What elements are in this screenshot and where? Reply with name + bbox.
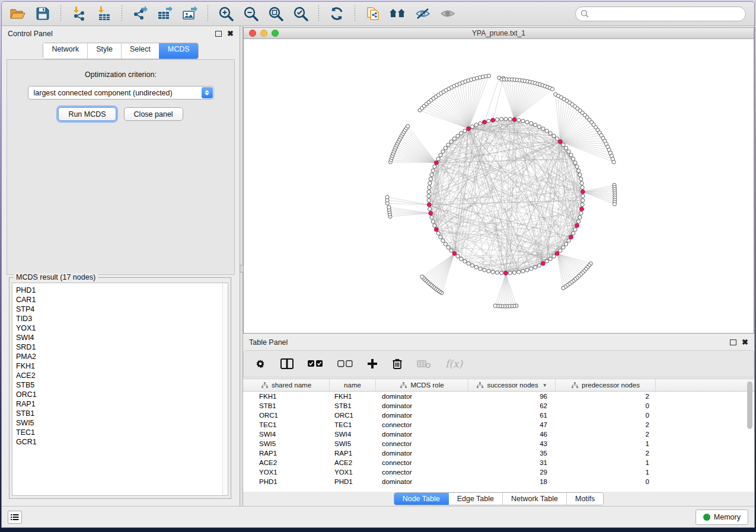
graph-node[interactable] bbox=[460, 132, 463, 135]
delete-column-icon[interactable] bbox=[392, 358, 403, 370]
graph-node[interactable] bbox=[521, 270, 525, 273]
graph-node[interactable] bbox=[431, 169, 435, 172]
graph-node[interactable] bbox=[578, 173, 582, 177]
graph-node[interactable] bbox=[385, 196, 389, 199]
add-column-icon[interactable] bbox=[367, 358, 378, 369]
graph-mcds-node[interactable] bbox=[452, 252, 457, 256]
graph-node[interactable] bbox=[493, 304, 497, 307]
list-item[interactable]: SRD1 bbox=[16, 342, 228, 352]
tab-style[interactable]: Style bbox=[88, 43, 122, 59]
show-all-icon[interactable] bbox=[438, 4, 458, 23]
graph-node[interactable] bbox=[441, 239, 445, 242]
graph-mcds-node[interactable] bbox=[569, 235, 573, 239]
table-row[interactable]: SWI5SWI5connector431 bbox=[243, 439, 754, 448]
list-item[interactable]: CAR1 bbox=[16, 295, 228, 305]
graph-node[interactable] bbox=[564, 146, 568, 150]
column-header-name[interactable]: name bbox=[330, 379, 376, 391]
graph-node[interactable] bbox=[573, 161, 577, 164]
graph-node[interactable] bbox=[559, 249, 562, 252]
graph-node[interactable] bbox=[504, 117, 508, 121]
graph-node[interactable] bbox=[556, 137, 559, 140]
graph-node[interactable] bbox=[567, 239, 570, 242]
column-header-MCDS-role[interactable]: MCDS role bbox=[376, 379, 468, 391]
table-row[interactable]: ORC1ORC1dominator610 bbox=[243, 411, 754, 420]
graph-mcds-node[interactable] bbox=[541, 261, 545, 265]
graph-node[interactable] bbox=[491, 270, 495, 274]
graph-node[interactable] bbox=[537, 264, 541, 267]
graph-node[interactable] bbox=[529, 121, 533, 125]
graph-node[interactable] bbox=[612, 160, 615, 164]
zoom-selected-icon[interactable] bbox=[291, 4, 311, 23]
open-file-icon[interactable] bbox=[8, 4, 28, 23]
graph-node[interactable] bbox=[613, 202, 616, 206]
graph-node[interactable] bbox=[463, 259, 467, 263]
graph-node[interactable] bbox=[431, 220, 435, 223]
graph-mcds-node[interactable] bbox=[555, 252, 559, 256]
graph-node[interactable] bbox=[479, 267, 482, 271]
graph-node[interactable] bbox=[479, 121, 482, 125]
list-item[interactable]: PMA2 bbox=[16, 352, 228, 361]
graph-node[interactable] bbox=[428, 207, 432, 211]
graph-node[interactable] bbox=[580, 185, 584, 189]
graph-node[interactable] bbox=[446, 246, 450, 249]
tab-network-table[interactable]: Network Table bbox=[503, 493, 567, 505]
graph-node[interactable] bbox=[449, 140, 453, 143]
table-row[interactable]: TEC1TEC1connector472 bbox=[243, 420, 754, 430]
memory-button[interactable]: Memory bbox=[696, 509, 748, 525]
graph-node[interactable] bbox=[534, 123, 537, 127]
list-item[interactable]: STB5 bbox=[16, 380, 228, 390]
list-item[interactable]: SWI5 bbox=[16, 418, 228, 428]
graph-node[interactable] bbox=[521, 119, 525, 123]
graph-node[interactable] bbox=[446, 143, 450, 146]
graph-node[interactable] bbox=[581, 194, 585, 198]
graph-node[interactable] bbox=[487, 74, 490, 78]
graph-node[interactable] bbox=[500, 117, 503, 121]
list-item[interactable]: GCR1 bbox=[16, 437, 228, 447]
tab-node-table[interactable]: Node Table bbox=[394, 492, 449, 505]
graph-node[interactable] bbox=[428, 181, 432, 185]
graph-node[interactable] bbox=[428, 185, 431, 189]
graph-mcds-node[interactable] bbox=[559, 140, 563, 144]
tab-select[interactable]: Select bbox=[122, 43, 160, 59]
apply-layout-icon[interactable] bbox=[327, 4, 347, 23]
graph-node[interactable] bbox=[548, 257, 552, 261]
graph-node[interactable] bbox=[474, 123, 478, 127]
graph-node[interactable] bbox=[579, 211, 583, 215]
table-row[interactable]: ACE2ACE2connector311 bbox=[243, 458, 754, 467]
deselect-all-icon[interactable] bbox=[337, 360, 353, 367]
list-item[interactable]: ACE2 bbox=[16, 371, 228, 380]
list-item[interactable]: PHD1 bbox=[16, 286, 228, 295]
import-network-icon[interactable] bbox=[69, 4, 89, 23]
import-table-icon[interactable] bbox=[94, 4, 114, 23]
float-panel-icon[interactable] bbox=[215, 31, 222, 37]
graph-node[interactable] bbox=[579, 177, 583, 181]
list-item[interactable]: YOX1 bbox=[16, 323, 228, 333]
optimization-select[interactable]: largest connected component (undirected) bbox=[28, 86, 214, 100]
graph-node[interactable] bbox=[406, 124, 410, 128]
graph-node[interactable] bbox=[452, 137, 456, 140]
table-row[interactable]: FKH1FKH1dominator962 bbox=[243, 392, 754, 401]
zoom-out-icon[interactable] bbox=[241, 4, 261, 23]
graph-node[interactable] bbox=[500, 271, 503, 275]
list-item[interactable]: ORC1 bbox=[16, 390, 228, 399]
graph-mcds-node[interactable] bbox=[429, 211, 433, 216]
graph-node[interactable] bbox=[552, 255, 556, 258]
graph-node[interactable] bbox=[562, 286, 565, 290]
export-image-icon[interactable] bbox=[180, 4, 200, 23]
graph-node[interactable] bbox=[573, 227, 577, 231]
graph-node[interactable] bbox=[512, 271, 516, 274]
mcds-result-list[interactable]: PHD1CAR1STP4TID3YOX1SWI4SRD1PMA2FKH1ACE2… bbox=[12, 283, 228, 496]
graph-mcds-node[interactable] bbox=[504, 271, 508, 275]
graph-node[interactable] bbox=[529, 267, 533, 271]
list-item[interactable]: STB1 bbox=[16, 409, 228, 418]
graph-node[interactable] bbox=[575, 165, 579, 168]
graph-node[interactable] bbox=[572, 157, 575, 161]
graph-node[interactable] bbox=[487, 119, 490, 123]
list-item[interactable]: TEC1 bbox=[16, 428, 228, 437]
graph-node[interactable] bbox=[439, 235, 442, 239]
graph-node[interactable] bbox=[427, 190, 430, 194]
graph-node[interactable] bbox=[433, 165, 436, 168]
graph-mcds-node[interactable] bbox=[580, 207, 584, 211]
close-panel-icon[interactable]: ✖ bbox=[742, 339, 748, 345]
zoom-fit-icon[interactable] bbox=[266, 4, 286, 23]
